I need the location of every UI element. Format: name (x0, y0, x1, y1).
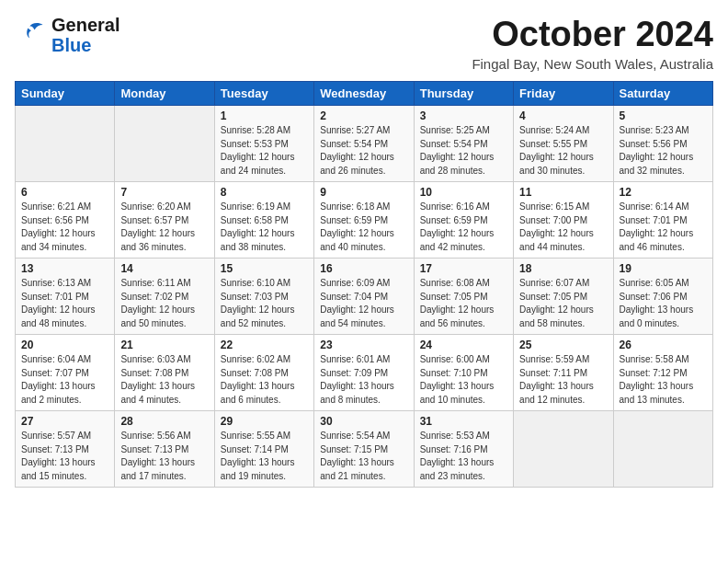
calendar-cell: 18Sunrise: 6:07 AM Sunset: 7:05 PM Dayli… (514, 259, 613, 335)
day-info: Sunrise: 5:27 AM Sunset: 5:54 PM Dayligh… (320, 124, 407, 178)
day-number: 24 (420, 339, 507, 351)
day-info: Sunrise: 5:58 AM Sunset: 7:12 PM Dayligh… (620, 353, 707, 407)
day-number: 12 (620, 186, 707, 199)
calendar-cell (115, 106, 214, 182)
logo-blue: Blue (51, 35, 119, 55)
page-header: General Blue October 2024 Fingal Bay, Ne… (15, 15, 713, 72)
day-number: 17 (420, 262, 507, 275)
day-info: Sunrise: 5:28 AM Sunset: 5:53 PM Dayligh… (221, 124, 308, 178)
calendar-cell: 13Sunrise: 6:13 AM Sunset: 7:01 PM Dayli… (16, 259, 115, 335)
day-info: Sunrise: 6:04 AM Sunset: 7:07 PM Dayligh… (21, 353, 108, 407)
calendar-table: SundayMondayTuesdayWednesdayThursdayFrid… (15, 81, 713, 488)
logo: General Blue (15, 15, 119, 55)
calendar-week-row: 20Sunrise: 6:04 AM Sunset: 7:07 PM Dayli… (16, 335, 713, 411)
logo-general: General (51, 15, 119, 35)
calendar-cell: 6Sunrise: 6:21 AM Sunset: 6:56 PM Daylig… (16, 182, 115, 259)
calendar-cell: 17Sunrise: 6:08 AM Sunset: 7:05 PM Dayli… (414, 259, 513, 335)
day-info: Sunrise: 6:03 AM Sunset: 7:08 PM Dayligh… (120, 353, 208, 407)
calendar-cell: 5Sunrise: 5:23 AM Sunset: 5:56 PM Daylig… (613, 106, 712, 182)
day-number: 31 (420, 415, 507, 428)
calendar-cell: 7Sunrise: 6:20 AM Sunset: 6:57 PM Daylig… (115, 182, 214, 259)
weekday-header: Thursday (414, 82, 513, 106)
day-info: Sunrise: 5:55 AM Sunset: 7:14 PM Dayligh… (221, 430, 308, 483)
calendar-cell: 25Sunrise: 5:59 AM Sunset: 7:11 PM Dayli… (514, 335, 613, 411)
calendar-cell: 16Sunrise: 6:09 AM Sunset: 7:04 PM Dayli… (314, 259, 414, 335)
day-info: Sunrise: 6:16 AM Sunset: 6:59 PM Dayligh… (420, 201, 507, 254)
calendar-cell: 20Sunrise: 6:04 AM Sunset: 7:07 PM Dayli… (16, 335, 115, 411)
day-info: Sunrise: 5:56 AM Sunset: 7:13 PM Dayligh… (120, 430, 208, 483)
title-block: October 2024 Fingal Bay, New South Wales… (472, 15, 713, 72)
calendar-week-row: 13Sunrise: 6:13 AM Sunset: 7:01 PM Dayli… (16, 259, 713, 335)
day-number: 10 (420, 186, 507, 199)
calendar-cell: 12Sunrise: 6:14 AM Sunset: 7:01 PM Dayli… (613, 182, 712, 259)
calendar-cell: 4Sunrise: 5:24 AM Sunset: 5:55 PM Daylig… (514, 106, 613, 182)
calendar-week-row: 1Sunrise: 5:28 AM Sunset: 5:53 PM Daylig… (16, 106, 713, 182)
day-number: 27 (21, 415, 108, 428)
day-info: Sunrise: 6:08 AM Sunset: 7:05 PM Dayligh… (420, 277, 507, 330)
calendar-cell: 10Sunrise: 6:16 AM Sunset: 6:59 PM Dayli… (414, 182, 513, 259)
day-info: Sunrise: 6:09 AM Sunset: 7:04 PM Dayligh… (320, 277, 407, 330)
calendar-cell: 2Sunrise: 5:27 AM Sunset: 5:54 PM Daylig… (314, 106, 414, 182)
weekday-header: Monday (115, 82, 214, 106)
day-number: 20 (21, 339, 108, 351)
day-info: Sunrise: 6:13 AM Sunset: 7:01 PM Dayligh… (21, 277, 108, 330)
weekday-header: Saturday (613, 82, 712, 106)
calendar-cell: 31Sunrise: 5:53 AM Sunset: 7:16 PM Dayli… (414, 411, 513, 488)
day-info: Sunrise: 6:18 AM Sunset: 6:59 PM Dayligh… (320, 201, 407, 254)
calendar-cell: 28Sunrise: 5:56 AM Sunset: 7:13 PM Dayli… (115, 411, 214, 488)
calendar-cell: 23Sunrise: 6:01 AM Sunset: 7:09 PM Dayli… (314, 335, 414, 411)
day-number: 3 (420, 109, 507, 122)
day-info: Sunrise: 5:57 AM Sunset: 7:13 PM Dayligh… (21, 430, 108, 483)
weekday-header: Wednesday (314, 82, 414, 106)
day-info: Sunrise: 6:14 AM Sunset: 7:01 PM Dayligh… (620, 201, 707, 254)
day-number: 6 (21, 186, 108, 199)
weekday-header: Tuesday (214, 82, 313, 106)
calendar-cell: 15Sunrise: 6:10 AM Sunset: 7:03 PM Dayli… (214, 259, 313, 335)
logo-bird-icon (15, 17, 48, 50)
day-info: Sunrise: 6:21 AM Sunset: 6:56 PM Dayligh… (21, 201, 108, 254)
calendar-cell (16, 106, 115, 182)
calendar-cell: 9Sunrise: 6:18 AM Sunset: 6:59 PM Daylig… (314, 182, 414, 259)
calendar-cell: 19Sunrise: 6:05 AM Sunset: 7:06 PM Dayli… (613, 259, 712, 335)
day-number: 4 (519, 109, 607, 122)
location-title: Fingal Bay, New South Wales, Australia (472, 56, 713, 72)
month-title: October 2024 (472, 15, 713, 54)
day-number: 30 (320, 415, 407, 428)
day-number: 22 (221, 339, 308, 351)
day-number: 8 (221, 186, 308, 199)
calendar-cell: 27Sunrise: 5:57 AM Sunset: 7:13 PM Dayli… (16, 411, 115, 488)
day-info: Sunrise: 6:19 AM Sunset: 6:58 PM Dayligh… (221, 201, 308, 254)
day-info: Sunrise: 6:01 AM Sunset: 7:09 PM Dayligh… (320, 353, 407, 407)
day-info: Sunrise: 6:02 AM Sunset: 7:08 PM Dayligh… (221, 353, 308, 407)
calendar-cell: 29Sunrise: 5:55 AM Sunset: 7:14 PM Dayli… (214, 411, 313, 488)
day-info: Sunrise: 5:53 AM Sunset: 7:16 PM Dayligh… (420, 430, 507, 483)
day-number: 29 (221, 415, 308, 428)
calendar-cell: 14Sunrise: 6:11 AM Sunset: 7:02 PM Dayli… (115, 259, 214, 335)
day-number: 5 (620, 109, 707, 122)
day-number: 14 (120, 262, 208, 275)
day-number: 11 (519, 186, 607, 199)
day-number: 28 (120, 415, 208, 428)
day-info: Sunrise: 5:24 AM Sunset: 5:55 PM Dayligh… (519, 124, 607, 178)
day-number: 21 (120, 339, 208, 351)
day-number: 2 (320, 109, 407, 122)
day-number: 13 (21, 262, 108, 275)
day-info: Sunrise: 6:11 AM Sunset: 7:02 PM Dayligh… (120, 277, 208, 330)
day-info: Sunrise: 5:54 AM Sunset: 7:15 PM Dayligh… (320, 430, 407, 483)
day-info: Sunrise: 6:15 AM Sunset: 7:00 PM Dayligh… (519, 201, 607, 254)
day-info: Sunrise: 6:10 AM Sunset: 7:03 PM Dayligh… (221, 277, 308, 330)
calendar-cell: 3Sunrise: 5:25 AM Sunset: 5:54 PM Daylig… (414, 106, 513, 182)
calendar-cell: 21Sunrise: 6:03 AM Sunset: 7:08 PM Dayli… (115, 335, 214, 411)
day-number: 26 (620, 339, 707, 351)
day-info: Sunrise: 5:59 AM Sunset: 7:11 PM Dayligh… (519, 353, 607, 407)
day-number: 23 (320, 339, 407, 351)
calendar-header-row: SundayMondayTuesdayWednesdayThursdayFrid… (16, 82, 713, 106)
weekday-header: Sunday (16, 82, 115, 106)
day-number: 9 (320, 186, 407, 199)
weekday-header: Friday (514, 82, 613, 106)
calendar-cell (613, 411, 712, 488)
calendar-cell: 30Sunrise: 5:54 AM Sunset: 7:15 PM Dayli… (314, 411, 414, 488)
calendar-cell: 26Sunrise: 5:58 AM Sunset: 7:12 PM Dayli… (613, 335, 712, 411)
day-number: 16 (320, 262, 407, 275)
day-number: 25 (519, 339, 607, 351)
